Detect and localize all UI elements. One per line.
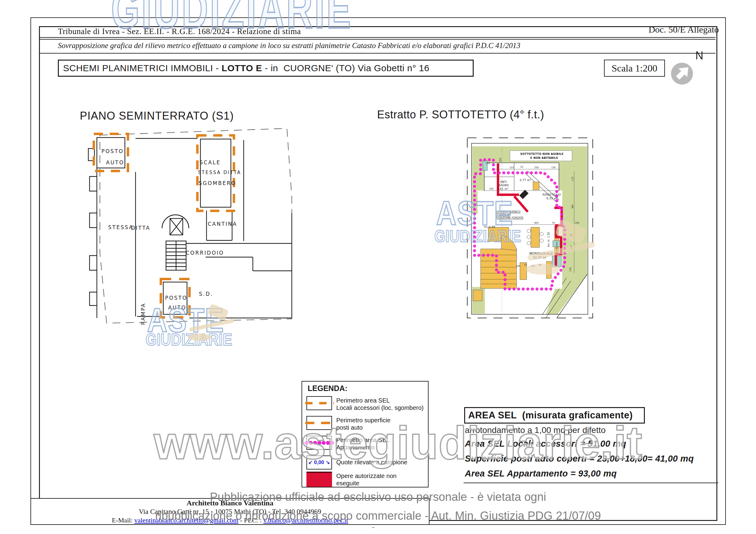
title-lot: LOTTO E	[222, 63, 262, 73]
area-sel-title: AREA SEL (misurata graficamente)	[464, 407, 645, 423]
svg-text:40: 40	[539, 264, 542, 266]
north-label: N	[695, 49, 703, 62]
title-prefix: SCHEMI PLANIMETRICI IMMOBILI -	[63, 63, 222, 73]
svg-text:Arredo fisso: Arredo fisso	[555, 242, 558, 253]
legend-swatch-locali	[307, 396, 332, 410]
room-stessa-ditta-2: STESSA DITTA	[198, 170, 241, 175]
svg-text:BAGNO: BAGNO	[498, 184, 509, 187]
svg-text:135: 135	[551, 166, 556, 169]
legend-item-posti-auto: Perimetro superficieposti auto	[307, 416, 424, 432]
legend-title: LEGENDA:	[308, 384, 347, 393]
svg-text:RIPOSTIGLIO: RIPOSTIGLIO	[543, 193, 561, 196]
sketch-room-labels: POSTO AUTO SCALE STESSA DITTA SGOMBERO S…	[101, 148, 241, 325]
architect-contacts: E-Mail: valentinabianco.architetto@gmail…	[112, 516, 348, 524]
svg-text:5,77 m²: 5,77 m²	[520, 179, 531, 182]
footer-box: Architetto Bianco Valentina Via Capitano…	[31, 498, 429, 525]
svg-text:55: 55	[570, 233, 573, 237]
header-rule-2	[40, 53, 716, 54]
page-mark: ‒	[372, 525, 374, 529]
room-posto-auto-1: POSTO	[101, 148, 124, 154]
svg-text:110: 110	[570, 245, 573, 250]
architect-name: Architetto Bianco Valentina	[187, 499, 274, 507]
header-subtitle: Sovrapposizione grafica del rilievo metr…	[58, 41, 520, 50]
room-sgombero: SGOMBERO	[199, 180, 236, 186]
legend-swatch-posti-auto	[307, 416, 332, 430]
north-arrow-icon	[669, 60, 695, 87]
doc-label: Doc. 50/E Allegato	[621, 24, 719, 35]
svg-text:52,37 m²: 52,37 m²	[533, 256, 547, 259]
svg-text:130: 130	[569, 267, 572, 272]
svg-text:6,33 m²: 6,33 m²	[547, 197, 558, 200]
architect-address: Via Capitano Gatti nr. 15 - 10075 Mathi …	[139, 508, 321, 516]
svg-text:H=2,40: H=2,40	[484, 225, 495, 229]
svg-text:405: 405	[534, 221, 539, 224]
svg-text:70: 70	[552, 221, 555, 224]
legend-box: LEGENDA: Perimetro area SELLocali access…	[302, 381, 429, 488]
svg-text:SERVIZIO IGIENICO: SERVIZIO IGIENICO	[496, 211, 521, 213]
legend-item-locali: Perimetro area SELLocali accessori (loc.…	[307, 396, 424, 412]
svg-text:205: 205	[575, 221, 580, 224]
room-corridoio: CORRIDOIO	[186, 250, 224, 256]
svg-text:AUTO: AUTO	[168, 305, 186, 311]
right-plan-title: Estratto P. SOTTOTETTO (4° f.t.)	[377, 108, 544, 121]
area-sel-rule	[464, 483, 718, 483]
legend-swatch-appartamento	[307, 436, 332, 450]
email-link[interactable]: valentinabianco.architetto@gmail.com	[134, 516, 238, 524]
svg-text:MONOLOCALE: MONOLOCALE	[529, 252, 553, 256]
room-stessa: STESSA	[108, 224, 133, 230]
area-sel-row-posti-auto: Superficie posti auto coperti = 23,00+18…	[465, 454, 694, 464]
room-ditta: DITTA	[131, 225, 150, 231]
svg-text:H= m. 1,50: H= m. 1,50	[547, 232, 550, 247]
svg-text:AERAZIONE FORZATA: AERAZIONE FORZATA	[496, 216, 524, 219]
svg-text:AUTO: AUTO	[106, 160, 124, 165]
svg-text:250: 250	[499, 158, 502, 162]
svg-text:125: 125	[530, 265, 535, 267]
banner-line2: E NON ABITABILE	[530, 156, 558, 160]
banner-line1: SOTTOTETTO NON AGIBILE	[520, 152, 563, 156]
room-rampa: RAMPA	[140, 303, 146, 325]
legend-item-appartamento: Perimetro area SELAppartamento	[307, 436, 424, 451]
area-sel-row-appartamento: Area SEL Appartamento = 93,00 mq	[465, 469, 617, 479]
svg-text:110: 110	[486, 162, 490, 165]
legend-item-quote: ↙ 0,00 ↘ Quote rilevate a campione	[307, 455, 424, 471]
room-posto-auto-2: POSTO	[165, 295, 187, 301]
legend-swatch-opere	[307, 471, 332, 487]
left-plan-title: PIANO SEMINTERRATO (S1)	[80, 110, 234, 122]
svg-text:ANTI: ANTI	[500, 180, 507, 184]
svg-text:DOTATO DI: DOTATO DI	[496, 214, 510, 216]
room-cantina: CANTINA	[208, 221, 237, 227]
svg-text:10: 10	[520, 165, 523, 168]
right-plan-drawing: SOTTOTETTO NON AGIBILE E NON ABITABILE A…	[465, 135, 595, 323]
svg-text:360: 360	[571, 204, 574, 209]
svg-text:250: 250	[534, 166, 539, 169]
legend-item-opere: Opere autorizzate noneseguite	[307, 471, 424, 488]
left-plan-drawing: POSTO AUTO SCALE STESSA DITTA SGOMBERO S…	[82, 122, 326, 333]
scale-box: Scala 1:200	[604, 60, 665, 77]
plan-title-box: SCHEMI PLANIMETRICI IMMOBILI - LOTTO E -…	[58, 60, 473, 77]
legend-swatch-quote: ↙ 0,00 ↘	[307, 455, 332, 470]
title-suffix: - in CUORGNE' (TO) Via Gobetti n° 16	[262, 63, 429, 73]
svg-text:3,61 m²: 3,61 m²	[497, 188, 508, 191]
svg-text:115: 115	[571, 176, 574, 181]
room-sd: S.D.	[199, 291, 213, 297]
svg-text:245: 245	[489, 188, 494, 190]
header-title: Tribunale di Ivrea - Sez. EE.II. - R.G.E…	[58, 27, 301, 36]
svg-text:85: 85	[555, 230, 559, 233]
header-rule-1	[40, 37, 716, 39]
room-scale: SCALE	[200, 160, 221, 165]
area-sel-note: arrotondamento a 1,00 mq per difetto	[465, 425, 606, 435]
svg-text:15: 15	[524, 264, 527, 266]
area-sel-row-locali: Area SEL Locali accessori = 51,00 mq	[465, 439, 626, 449]
svg-text:195: 195	[516, 265, 521, 267]
pec-link[interactable]: v.bianco@architettitorino.pec.it	[263, 516, 348, 524]
svg-text:215: 215	[510, 166, 514, 169]
